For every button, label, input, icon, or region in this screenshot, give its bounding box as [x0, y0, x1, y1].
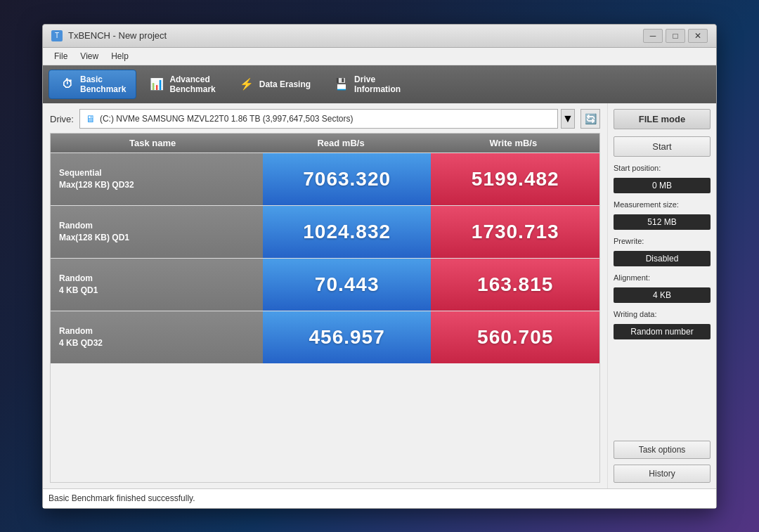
toolbar-drive-information[interactable]: 💾 DriveInformation [323, 70, 411, 100]
write-value-sequential: 5199.482 [431, 153, 599, 205]
data-erasing-icon: ⚡ [238, 76, 255, 93]
task-name-random-128: RandomMax(128 KB) QD1 [51, 206, 263, 258]
read-number-random-4k-qd32: 456.957 [309, 326, 385, 349]
prewrite-label: Prewrite: [614, 237, 711, 245]
sidebar: FILE mode Start Start position: 0 MB Mea… [607, 103, 716, 488]
menu-help[interactable]: Help [105, 49, 134, 63]
start-button[interactable]: Start [614, 136, 711, 157]
header-write: Write mB/s [427, 134, 599, 153]
drive-select[interactable]: 🖥 (C:) NVMe SAMSUNG MZVL22T0 1.86 TB (3,… [79, 109, 558, 129]
write-value-random-4k-qd32: 560.705 [431, 311, 599, 363]
file-mode-button[interactable]: FILE mode [614, 109, 711, 129]
benchmark-table: Task name Read mB/s Write mB/s Sequentia… [50, 133, 600, 482]
start-position-label: Start position: [614, 164, 711, 172]
drive-refresh-button[interactable]: 🔄 [580, 109, 600, 129]
writing-data-value: Random number [614, 324, 711, 339]
menu-file[interactable]: File [48, 49, 73, 63]
write-number-random-4k-qd1: 163.815 [477, 273, 553, 296]
table-header: Task name Read mB/s Write mB/s [51, 134, 599, 153]
write-value-random-128: 1730.713 [431, 206, 599, 258]
read-number-random-128: 1024.832 [303, 221, 391, 243]
data-erasing-label: Data Erasing [259, 79, 311, 89]
drive-information-label: DriveInformation [354, 74, 401, 95]
read-value-sequential: 7063.320 [263, 153, 432, 205]
main-content: Drive: 🖥 (C:) NVMe SAMSUNG MZVL22T0 1.86… [43, 103, 607, 488]
sidebar-spacer [614, 344, 711, 434]
status-bar: Basic Benchmark finished successfully. [43, 488, 716, 508]
maximize-button[interactable]: □ [666, 29, 685, 43]
window-title: TxBENCH - New project [68, 30, 167, 41]
read-value-random-128: 1024.832 [263, 206, 432, 258]
measurement-size-value: 512 MB [614, 214, 711, 230]
writing-data-label: Writing data: [614, 310, 711, 318]
toolbar-data-erasing[interactable]: ⚡ Data Erasing [228, 70, 321, 100]
start-position-value: 0 MB [614, 178, 711, 193]
table-row: Random4 KB QD1 70.443 163.815 [51, 258, 599, 311]
toolbar-basic-benchmark[interactable]: ⏱ BasicBenchmark [48, 70, 136, 100]
title-bar-left: T TxBENCH - New project [51, 30, 167, 41]
menu-bar: File View Help [43, 48, 716, 65]
drive-select-value: (C:) NVMe SAMSUNG MZVL22T0 1.86 TB (3,99… [100, 114, 353, 124]
task-options-button[interactable]: Task options [614, 441, 711, 459]
menu-view[interactable]: View [74, 49, 104, 63]
close-button[interactable]: ✕ [688, 29, 708, 43]
alignment-value: 4 KB [614, 287, 711, 303]
status-text: Basic Benchmark finished successfully. [48, 493, 195, 503]
basic-benchmark-icon: ⏱ [59, 76, 76, 93]
app-icon: T [51, 30, 63, 41]
read-value-random-4k-qd1: 70.443 [263, 259, 432, 311]
toolbar-advanced-benchmark[interactable]: 📊 AdvancedBenchmark [138, 70, 226, 100]
drive-dropdown-arrow[interactable]: ▼ [561, 109, 575, 129]
task-name-random-4k-qd1: Random4 KB QD1 [51, 259, 263, 311]
title-bar: T TxBENCH - New project ─ □ ✕ [43, 25, 716, 48]
drive-select-icon: 🖥 [86, 113, 96, 124]
header-read: Read mB/s [254, 134, 427, 153]
drive-label: Drive: [50, 114, 74, 124]
advanced-benchmark-label: AdvancedBenchmark [169, 74, 215, 95]
drive-row: Drive: 🖥 (C:) NVMe SAMSUNG MZVL22T0 1.86… [50, 109, 600, 129]
write-number-random-4k-qd32: 560.705 [477, 326, 553, 349]
minimize-button[interactable]: ─ [643, 29, 663, 43]
write-number-sequential: 5199.482 [472, 168, 559, 190]
advanced-benchmark-icon: 📊 [148, 76, 165, 93]
application-window: T TxBENCH - New project ─ □ ✕ File View … [42, 24, 717, 509]
window-controls: ─ □ ✕ [643, 29, 708, 43]
drive-select-container: 🖥 (C:) NVMe SAMSUNG MZVL22T0 1.86 TB (3,… [79, 109, 575, 129]
table-row: Random4 KB QD32 456.957 560.705 [51, 311, 599, 363]
task-name-random-4k-qd32: Random4 KB QD32 [51, 311, 263, 363]
table-row: SequentialMax(128 KB) QD32 7063.320 5199… [51, 153, 599, 205]
header-task: Task name [51, 134, 254, 153]
write-value-random-4k-qd1: 163.815 [431, 259, 599, 311]
table-row: RandomMax(128 KB) QD1 1024.832 1730.713 [51, 205, 599, 258]
drive-information-icon: 💾 [333, 76, 350, 93]
basic-benchmark-label: BasicBenchmark [80, 74, 126, 95]
toolbar: ⏱ BasicBenchmark 📊 AdvancedBenchmark ⚡ D… [43, 65, 716, 104]
measurement-size-label: Measurement size: [614, 200, 711, 209]
task-name-sequential: SequentialMax(128 KB) QD32 [51, 153, 263, 205]
read-number-sequential: 7063.320 [303, 168, 391, 190]
history-button[interactable]: History [614, 465, 711, 483]
write-number-random-128: 1730.713 [472, 221, 559, 243]
prewrite-value: Disabled [614, 251, 711, 266]
read-number-random-4k-qd1: 70.443 [315, 273, 379, 296]
read-value-random-4k-qd32: 456.957 [263, 311, 432, 363]
content-area: Drive: 🖥 (C:) NVMe SAMSUNG MZVL22T0 1.86… [43, 103, 716, 488]
alignment-label: Alignment: [614, 273, 711, 282]
